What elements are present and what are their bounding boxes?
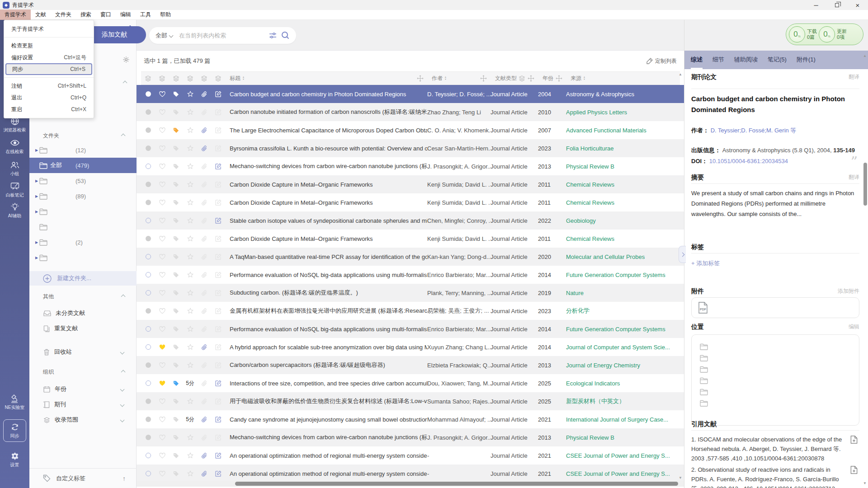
read-status-icon[interactable]: [141, 344, 155, 350]
tag-icon[interactable]: [169, 290, 183, 296]
read-status-icon[interactable]: [141, 471, 155, 476]
favorite-heart-icon[interactable]: [155, 254, 169, 260]
tab-辅助阅读[interactable]: 辅助阅读: [734, 56, 758, 69]
tab-附件(1)[interactable]: 附件(1): [797, 56, 816, 69]
row-source-link[interactable]: Chemical Reviews: [566, 235, 679, 242]
notes-edit-icon[interactable]: [211, 380, 225, 386]
app-menu-item[interactable]: 偏好设置Ctrl+逗号: [4, 52, 94, 63]
column-icon-layers[interactable]: [155, 75, 169, 82]
table-row[interactable]: Carbon Dioxide Capture in Metal–Organic …: [137, 230, 684, 248]
notes-edit-icon[interactable]: [211, 109, 225, 115]
attachment-clip-icon[interactable]: [197, 344, 211, 351]
favorite-heart-icon[interactable]: [155, 399, 169, 404]
location-folder-item[interactable]: [700, 341, 859, 352]
horizontal-scrollbar[interactable]: [137, 481, 684, 487]
doi-link[interactable]: 10.1051/0004-6361:20034534: [709, 158, 788, 164]
sort-icon[interactable]: ▲▼: [444, 76, 447, 80]
custom-tags-bar[interactable]: 自定义标签 ↑: [29, 468, 137, 488]
table-row[interactable]: Subducting carbon. (标题译名:碳的亚临界温度。)Plank,…: [137, 284, 684, 302]
read-status-icon[interactable]: [141, 272, 155, 277]
row-source-link[interactable]: CSEE Journal of Power and Energy S...: [566, 452, 679, 459]
read-status-icon[interactable]: [141, 236, 155, 241]
sidebar-settings-gear-icon[interactable]: [123, 56, 130, 63]
favorite-heart-icon[interactable]: [155, 326, 169, 332]
favorite-heart-icon[interactable]: [155, 272, 169, 278]
location-folder-item[interactable]: [700, 386, 859, 398]
table-row[interactable]: A hybrid approach for scalable sub-tree …: [137, 338, 684, 356]
table-row[interactable]: Carbon budget and carbon chemistry in Ph…: [137, 85, 684, 103]
column-drag-handle-icon[interactable]: [480, 75, 487, 82]
attachment-clip-icon[interactable]: [197, 235, 211, 242]
column-header-authors[interactable]: 作者▲▼: [427, 75, 491, 82]
column-drag-handle-icon[interactable]: [417, 75, 424, 82]
table-row[interactable]: A TaqMan-based quantitative real-time PC…: [137, 248, 684, 266]
column-header-doctype[interactable]: 文献类型: [491, 75, 538, 82]
folder-item[interactable]: ▶(12): [29, 142, 137, 158]
menu-item-4[interactable]: 搜索: [76, 9, 96, 20]
edit-location-button[interactable]: 编辑: [849, 323, 859, 331]
favorite-heart-icon[interactable]: [155, 91, 169, 97]
row-source-link[interactable]: Journal of Computer and System Scie...: [566, 344, 679, 351]
filter-layers-icon[interactable]: [519, 75, 525, 82]
tag-icon[interactable]: [169, 164, 183, 169]
table-row[interactable]: Byrsonima crassifolia L. Kunth a bio-res…: [137, 139, 684, 157]
minimize-button[interactable]: ─: [806, 0, 826, 10]
sort-icon[interactable]: ▲▼: [242, 76, 245, 80]
favorite-heart-icon[interactable]: [155, 236, 169, 242]
notes-edit-icon[interactable]: [211, 272, 225, 278]
read-status-icon[interactable]: [141, 417, 155, 422]
attachment-clip-icon[interactable]: [197, 470, 211, 477]
rating-icon[interactable]: [183, 452, 197, 459]
rail-item-白板笔记[interactable]: 白板笔记: [0, 182, 29, 198]
tag-icon[interactable]: [169, 308, 183, 314]
row-source-link[interactable]: Future Generation Computer Systems: [566, 272, 679, 278]
table-vertical-scrollbar[interactable]: ▲ ▼: [678, 71, 683, 481]
sync-status-badges[interactable]: 0% 下载0篇 0% 更新0项: [786, 23, 863, 45]
tag-icon[interactable]: [169, 326, 183, 332]
tag-icon[interactable]: [169, 91, 183, 97]
table-row[interactable]: Carbon Dioxide Capture in Metal–Organic …: [137, 193, 684, 211]
table-row[interactable]: Carbon Dioxide Capture in Metal–Organic …: [137, 175, 684, 193]
attachment-clip-icon[interactable]: [197, 181, 211, 188]
translate-abstract-link[interactable]: 翻译: [849, 174, 859, 182]
row-source-link[interactable]: Molecular and Cellular Probes: [566, 253, 679, 260]
rail-item-同步[interactable]: 同步: [0, 419, 29, 442]
favorite-heart-icon[interactable]: [155, 109, 169, 115]
tab-笔记(5)[interactable]: 笔记(5): [768, 56, 787, 69]
tag-icon[interactable]: [169, 417, 183, 422]
favorite-heart-icon[interactable]: [155, 453, 169, 459]
app-menu-item[interactable]: 检查更新: [4, 40, 94, 52]
favorite-heart-icon[interactable]: [155, 164, 169, 169]
attachment-clip-icon[interactable]: [197, 398, 211, 405]
table-row[interactable]: Carbon nanotube initiated formation of c…: [137, 103, 684, 121]
column-drag-handle-icon[interactable]: [556, 75, 562, 82]
row-source-link[interactable]: Ecological Indicators: [566, 380, 679, 387]
read-status-icon[interactable]: [141, 200, 155, 205]
folder-item[interactable]: [29, 219, 137, 235]
read-status-icon[interactable]: [141, 164, 155, 169]
menu-item-5[interactable]: 窗口: [96, 9, 116, 20]
customize-list-button[interactable]: 定制列表: [646, 51, 677, 71]
rating-icon[interactable]: [183, 272, 197, 278]
attachment-clip-icon[interactable]: [197, 308, 211, 314]
column-icon-layers[interactable]: [211, 75, 225, 82]
add-citation-icon[interactable]: [850, 436, 858, 444]
read-status-icon[interactable]: [141, 290, 155, 296]
tag-icon[interactable]: [169, 145, 183, 151]
row-source-link[interactable]: Future Generation Computer Systems: [566, 326, 679, 333]
menu-item-8[interactable]: 帮助: [156, 9, 175, 20]
row-source-link[interactable]: Chemical Reviews: [566, 199, 679, 206]
rating-icon[interactable]: [183, 308, 197, 314]
tab-综述[interactable]: 综述: [691, 56, 703, 69]
folder-item[interactable]: ▶(53): [29, 173, 137, 188]
column-header-source[interactable]: 来源▲▼: [566, 75, 679, 82]
sidebar-item-未分类文献[interactable]: 未分类文献: [29, 306, 137, 320]
table-row[interactable]: 金属有机框架材料在表面增强拉曼光谱中的应用研究进展 (标题译名:Research…: [137, 302, 684, 320]
notes-edit-icon[interactable]: [211, 217, 225, 224]
column-icon-layers[interactable]: [197, 75, 211, 82]
favorite-heart-icon[interactable]: [155, 290, 169, 296]
horizontal-scrollbar-thumb[interactable]: [235, 482, 678, 486]
location-folder-item[interactable]: [700, 352, 859, 364]
rail-item-小组[interactable]: 小组: [0, 160, 29, 177]
table-row[interactable]: Performance evaluation of NoSQL big-data…: [137, 320, 684, 338]
